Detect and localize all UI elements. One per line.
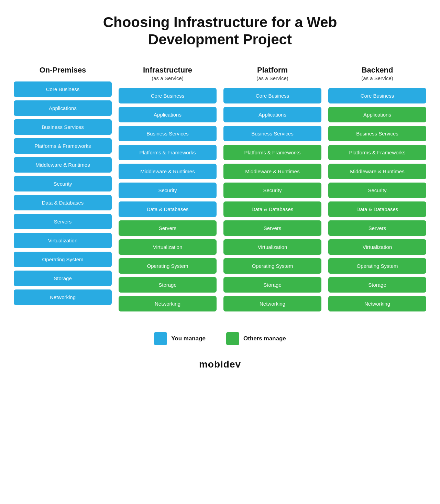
cell-platform-8: Virtualization (223, 239, 321, 255)
cell-on-premises-10: Storage (14, 271, 112, 286)
cell-platform-5: Security (223, 183, 321, 198)
cell-platform-2: Business Services (223, 126, 321, 141)
cell-infrastructure-3: Platforms & Frameworks (119, 145, 217, 160)
cell-infrastructure-1: Applications (119, 107, 217, 122)
cell-on-premises-6: Data & Databases (14, 195, 112, 210)
cell-backend-2: Business Services (328, 126, 426, 141)
cell-on-premises-7: Servers (14, 214, 112, 229)
column-backend: Backend(as a Service)Core BusinessApplic… (328, 66, 426, 311)
branding: mobidev (199, 359, 241, 370)
cell-infrastructure-8: Virtualization (119, 239, 217, 255)
cell-on-premises-9: Operating System (14, 252, 112, 267)
col-title-platform: Platform (223, 66, 321, 75)
cell-on-premises-0: Core Business (14, 81, 112, 97)
col-title-on-premises: On-Premises (14, 66, 112, 75)
column-platform: Platform(as a Service)Core BusinessAppli… (223, 66, 321, 311)
legend-green-box (226, 332, 239, 345)
cell-on-premises-4: Middleware & Runtimes (14, 157, 112, 173)
cell-infrastructure-6: Data & Databases (119, 201, 217, 217)
cell-platform-0: Core Business (223, 88, 321, 103)
cell-backend-11: Networking (328, 296, 426, 311)
comparison-grid: On-PremisesCore BusinessApplicationsBusi… (14, 66, 426, 311)
cell-infrastructure-9: Operating System (119, 258, 217, 274)
cell-infrastructure-11: Networking (119, 296, 217, 311)
col-items-backend: Core BusinessApplicationsBusiness Servic… (328, 88, 426, 311)
col-subtitle-infrastructure: (as a Service) (119, 75, 217, 81)
cell-backend-7: Servers (328, 220, 426, 236)
page-title: Choosing Infrastructure for a Web Develo… (82, 14, 358, 48)
cell-on-premises-2: Business Services (14, 119, 112, 135)
column-infrastructure: Infrastructure(as a Service)Core Busines… (119, 66, 217, 311)
cell-on-premises-3: Platforms & Frameworks (14, 138, 112, 154)
col-subtitle-platform: (as a Service) (223, 75, 321, 81)
cell-infrastructure-4: Middleware & Runtimes (119, 164, 217, 179)
cell-on-premises-11: Networking (14, 289, 112, 305)
col-items-on-premises: Core BusinessApplicationsBusiness Servic… (14, 81, 112, 305)
cell-platform-7: Servers (223, 220, 321, 236)
legend-others-manage-label: Others manage (243, 335, 286, 342)
legend-blue-box (154, 332, 167, 345)
cell-backend-4: Middleware & Runtimes (328, 164, 426, 179)
cell-platform-4: Middleware & Runtimes (223, 164, 321, 179)
col-header-platform: Platform(as a Service) (223, 66, 321, 81)
cell-platform-3: Platforms & Frameworks (223, 145, 321, 160)
cell-platform-1: Applications (223, 107, 321, 122)
cell-backend-3: Platforms & Frameworks (328, 145, 426, 160)
cell-infrastructure-5: Security (119, 183, 217, 198)
cell-on-premises-5: Security (14, 176, 112, 191)
col-title-backend: Backend (328, 66, 426, 75)
brand-suffix: idev (220, 359, 241, 370)
cell-on-premises-1: Applications (14, 100, 112, 116)
brand-prefix: mob (199, 359, 220, 370)
cell-backend-6: Data & Databases (328, 201, 426, 217)
cell-backend-10: Storage (328, 277, 426, 293)
column-on-premises: On-PremisesCore BusinessApplicationsBusi… (14, 66, 112, 311)
legend-others-manage: Others manage (226, 332, 286, 345)
cell-backend-0: Core Business (328, 88, 426, 103)
legend-you-manage-label: You manage (171, 335, 206, 342)
cell-backend-8: Virtualization (328, 239, 426, 255)
col-items-infrastructure: Core BusinessApplicationsBusiness Servic… (119, 88, 217, 311)
col-header-backend: Backend(as a Service) (328, 66, 426, 81)
cell-infrastructure-7: Servers (119, 220, 217, 236)
col-header-on-premises: On-Premises (14, 66, 112, 75)
cell-backend-1: Applications (328, 107, 426, 122)
col-items-platform: Core BusinessApplicationsBusiness Servic… (223, 88, 321, 311)
legend: You manage Others manage (154, 332, 286, 345)
cell-platform-9: Operating System (223, 258, 321, 274)
cell-platform-11: Networking (223, 296, 321, 311)
col-title-infrastructure: Infrastructure (119, 66, 217, 75)
cell-platform-10: Storage (223, 277, 321, 293)
cell-infrastructure-0: Core Business (119, 88, 217, 103)
col-subtitle-backend: (as a Service) (328, 75, 426, 81)
cell-on-premises-8: Virtualization (14, 233, 112, 248)
cell-infrastructure-2: Business Services (119, 126, 217, 141)
cell-backend-9: Operating System (328, 258, 426, 274)
cell-platform-6: Data & Databases (223, 201, 321, 217)
cell-backend-5: Security (328, 183, 426, 198)
legend-you-manage: You manage (154, 332, 206, 345)
col-header-infrastructure: Infrastructure(as a Service) (119, 66, 217, 81)
cell-infrastructure-10: Storage (119, 277, 217, 293)
